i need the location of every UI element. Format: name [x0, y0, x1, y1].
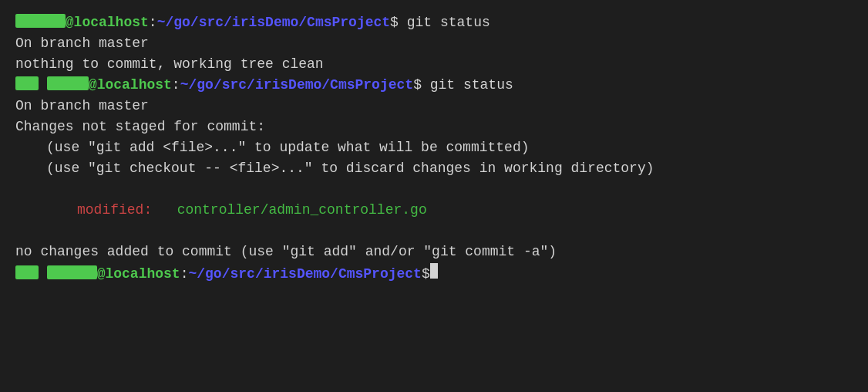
modified-spacing	[152, 200, 177, 221]
prompt-command-1: git status	[399, 12, 490, 33]
output-line-5: (use "git add <file>..." to update what …	[15, 137, 853, 158]
prompt-dollar-1: $	[390, 12, 399, 33]
output-line-4: Changes not staged for commit:	[15, 117, 853, 137]
prompt-path-2: ~/go/src/irisDemo/CmsProject	[180, 75, 413, 96]
on-branch-master-1: On branch master	[15, 33, 149, 54]
blurred-icon-2	[15, 76, 39, 90]
on-branch-master-2: On branch master	[15, 96, 149, 117]
prompt-colon-1: :	[149, 12, 157, 33]
prompt-dollar-3: $	[422, 264, 430, 285]
prompt-at-host-1: @localhost	[66, 12, 149, 33]
prompt-at-host-2: @localhost	[89, 75, 172, 96]
prompt-at-host-3: @localhost	[97, 264, 180, 285]
output-line-7: no changes added to commit (use "git add…	[15, 242, 853, 262]
output-line-1: On branch master	[15, 33, 853, 54]
prompt-line-1: @localhost:~/go/src/irisDemo/CmsProject$…	[15, 12, 853, 33]
modified-label: modified:	[77, 200, 152, 221]
prompt-dollar-2: $	[413, 75, 422, 96]
prompt-colon-2: :	[172, 75, 180, 96]
output-line-6: (use "git checkout -- <file>..." to disc…	[15, 158, 853, 179]
modified-file: controller/admin_controller.go	[177, 200, 427, 221]
prompt-line-3: @localhost:~/go/src/irisDemo/CmsProject$	[15, 262, 853, 285]
no-changes-added: no changes added to commit (use "git add…	[15, 242, 557, 262]
empty-line-2	[15, 221, 853, 242]
blurred-username-1	[15, 14, 66, 28]
blurred-icon-3	[15, 265, 39, 279]
terminal: @localhost:~/go/src/irisDemo/CmsProject$…	[15, 12, 853, 285]
changes-not-staged: Changes not staged for commit:	[15, 117, 265, 137]
prompt-dash-2	[39, 75, 47, 96]
output-line-2: nothing to commit, working tree clean	[15, 54, 853, 75]
blurred-username-2	[47, 76, 89, 90]
modified-line: modified: controller/admin_controller.go	[15, 200, 853, 221]
blurred-username-3	[47, 265, 97, 279]
prompt-command-2: git status	[422, 75, 513, 96]
prompt-space-3	[39, 264, 47, 285]
hint-git-add: (use "git add <file>..." to update what …	[46, 137, 530, 158]
hint-git-checkout: (use "git checkout -- <file>..." to disc…	[46, 158, 654, 179]
output-line-3: On branch master	[15, 96, 853, 117]
cursor	[430, 263, 438, 279]
prompt-path-1: ~/go/src/irisDemo/CmsProject	[157, 12, 390, 33]
prompt-path-3: ~/go/src/irisDemo/CmsProject	[188, 264, 421, 285]
prompt-line-2: @localhost:~/go/src/irisDemo/CmsProject$…	[15, 75, 853, 96]
prompt-colon-3: :	[180, 264, 189, 285]
empty-line-1	[15, 179, 853, 200]
nothing-to-commit: nothing to commit, working tree clean	[15, 54, 324, 75]
